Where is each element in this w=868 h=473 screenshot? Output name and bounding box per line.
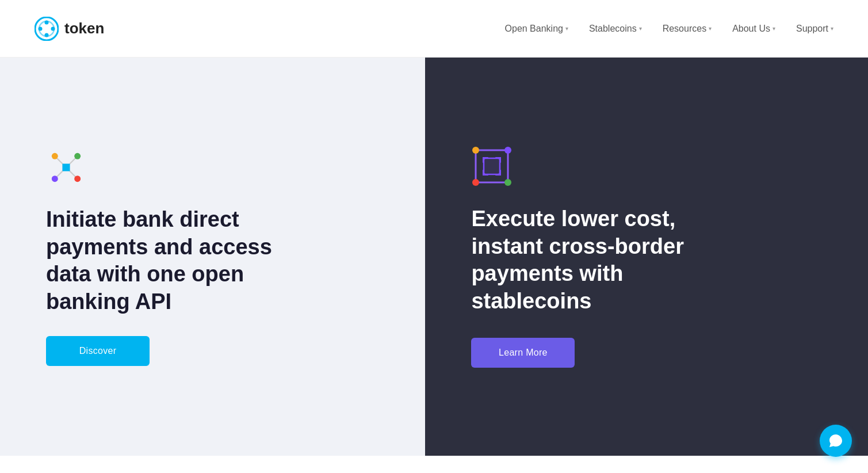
svg-rect-26 xyxy=(483,170,484,176)
svg-point-17 xyxy=(472,147,479,154)
svg-point-13 xyxy=(52,176,58,182)
nav-stablecoins[interactable]: Stablecoins ▾ xyxy=(589,24,642,34)
right-panel: Execute lower cost, instant cross-border… xyxy=(425,58,868,456)
open-banking-icon xyxy=(46,147,86,188)
nav-resources[interactable]: Resources ▾ xyxy=(663,24,712,34)
logo-text: token xyxy=(64,20,104,37)
svg-point-2 xyxy=(45,20,49,24)
right-panel-title: Execute lower cost, instant cross-border… xyxy=(471,205,747,315)
svg-point-3 xyxy=(45,33,49,37)
left-panel-title: Initiate bank direct payments and access… xyxy=(46,206,322,315)
chat-icon xyxy=(828,433,844,449)
svg-point-19 xyxy=(472,179,479,186)
svg-rect-10 xyxy=(62,163,70,171)
logo-icon xyxy=(35,17,59,41)
header: token Open Banking ▾ Stablecoins ▾ Resou… xyxy=(0,0,868,58)
svg-rect-24 xyxy=(499,157,501,163)
nav-support[interactable]: Support ▾ xyxy=(796,24,833,34)
svg-rect-28 xyxy=(499,170,501,176)
svg-rect-16 xyxy=(484,158,500,174)
bottom-strip xyxy=(0,456,868,473)
svg-point-20 xyxy=(504,179,511,186)
chevron-down-icon: ▾ xyxy=(831,25,833,32)
left-panel: Initiate bank direct payments and access… xyxy=(0,58,425,456)
learn-more-button[interactable]: Learn More xyxy=(471,338,575,368)
chevron-down-icon: ▾ xyxy=(565,25,568,32)
svg-point-12 xyxy=(74,153,81,159)
chat-button[interactable] xyxy=(820,425,852,457)
svg-point-4 xyxy=(39,26,43,30)
logo[interactable]: token xyxy=(35,17,104,41)
svg-point-14 xyxy=(74,176,81,182)
nav-open-banking[interactable]: Open Banking ▾ xyxy=(505,24,568,34)
chevron-down-icon: ▾ xyxy=(709,25,712,32)
discover-button[interactable]: Discover xyxy=(46,336,150,366)
chevron-down-icon: ▾ xyxy=(639,25,642,32)
stablecoin-icon xyxy=(471,146,513,187)
main-nav: Open Banking ▾ Stablecoins ▾ Resources ▾… xyxy=(505,24,833,34)
svg-point-11 xyxy=(52,153,58,159)
nav-about-us[interactable]: About Us ▾ xyxy=(732,24,775,34)
chevron-down-icon: ▾ xyxy=(773,25,775,32)
svg-point-18 xyxy=(504,147,511,154)
hero-section: Initiate bank direct payments and access… xyxy=(0,58,868,456)
svg-rect-22 xyxy=(483,157,484,163)
svg-point-5 xyxy=(51,26,55,30)
